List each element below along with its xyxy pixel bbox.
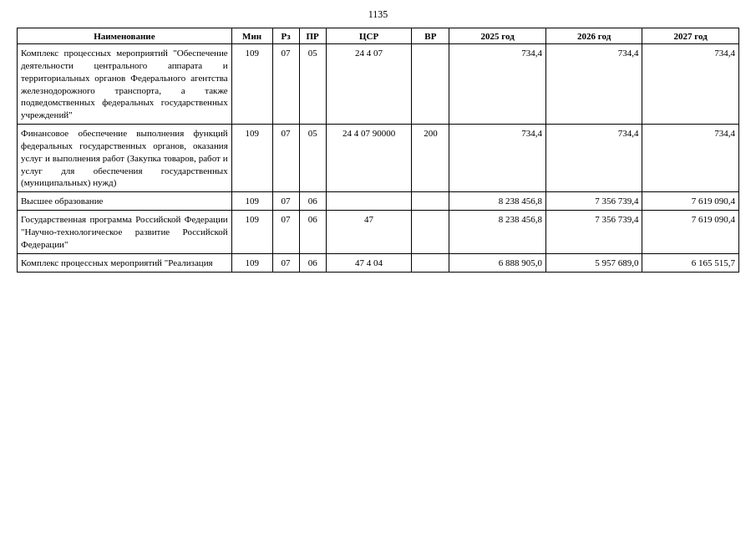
cell-name: Комплекс процессных мероприятий "Реализа… [18, 253, 232, 272]
cell-y2025: 734,4 [449, 125, 546, 192]
cell-rz: 07 [272, 253, 299, 272]
cell-min: 109 [231, 192, 272, 211]
header-2025: 2025 год [449, 28, 546, 44]
cell-y2026: 7 356 739,4 [545, 211, 642, 254]
cell-name: Высшее образование [18, 192, 232, 211]
table-row: Государственная программа Российской Фед… [18, 211, 739, 254]
cell-rz: 07 [272, 125, 299, 192]
cell-rz: 07 [272, 211, 299, 254]
cell-min: 109 [231, 253, 272, 272]
cell-csr: 24 4 07 [326, 44, 412, 125]
cell-vr: 200 [412, 125, 449, 192]
cell-pr: 06 [299, 253, 326, 272]
header-vr: ВР [412, 28, 449, 44]
header-pr: ПР [299, 28, 326, 44]
table-row: Финансовое обеспечение выполнения функци… [18, 125, 739, 192]
cell-y2027: 734,4 [642, 125, 739, 192]
header-rz: Рз [272, 28, 299, 44]
header-2026: 2026 год [545, 28, 642, 44]
cell-y2025: 6 888 905,0 [449, 253, 546, 272]
cell-y2027: 7 619 090,4 [642, 192, 739, 211]
cell-min: 109 [231, 211, 272, 254]
header-2027: 2027 год [642, 28, 739, 44]
table-row: Комплекс процессных мероприятий "Реализа… [18, 253, 739, 272]
cell-min: 109 [231, 44, 272, 125]
cell-name: Финансовое обеспечение выполнения функци… [18, 125, 232, 192]
cell-y2025: 8 238 456,8 [449, 211, 546, 254]
cell-rz: 07 [272, 192, 299, 211]
cell-csr [326, 192, 412, 211]
cell-vr [412, 211, 449, 254]
cell-y2025: 8 238 456,8 [449, 192, 546, 211]
cell-name: Государственная программа Российской Фед… [18, 211, 232, 254]
cell-vr [412, 192, 449, 211]
page-number: 1135 [17, 8, 739, 21]
page: 1135 Наименование Мин Рз ПР ЦСР ВР 2025 … [0, 0, 756, 535]
cell-vr [412, 44, 449, 125]
cell-y2027: 734,4 [642, 44, 739, 125]
header-name: Наименование [18, 28, 232, 44]
cell-y2026: 734,4 [545, 44, 642, 125]
cell-name: Комплекс процессных мероприятий "Обеспеч… [18, 44, 232, 125]
cell-y2025: 734,4 [449, 44, 546, 125]
table-row: Комплекс процессных мероприятий "Обеспеч… [18, 44, 739, 125]
cell-y2027: 7 619 090,4 [642, 211, 739, 254]
cell-y2026: 5 957 689,0 [545, 253, 642, 272]
table-row: Высшее образование10907068 238 456,87 35… [18, 192, 739, 211]
header-min: Мин [231, 28, 272, 44]
cell-min: 109 [231, 125, 272, 192]
cell-y2026: 734,4 [545, 125, 642, 192]
header-csr: ЦСР [326, 28, 412, 44]
cell-pr: 06 [299, 211, 326, 254]
cell-csr: 47 [326, 211, 412, 254]
budget-table: Наименование Мин Рз ПР ЦСР ВР 2025 год 2… [17, 28, 739, 273]
cell-pr: 05 [299, 125, 326, 192]
cell-rz: 07 [272, 44, 299, 125]
cell-csr: 47 4 04 [326, 253, 412, 272]
cell-pr: 06 [299, 192, 326, 211]
cell-y2026: 7 356 739,4 [545, 192, 642, 211]
cell-vr [412, 253, 449, 272]
cell-pr: 05 [299, 44, 326, 125]
cell-y2027: 6 165 515,7 [642, 253, 739, 272]
cell-csr: 24 4 07 90000 [326, 125, 412, 192]
